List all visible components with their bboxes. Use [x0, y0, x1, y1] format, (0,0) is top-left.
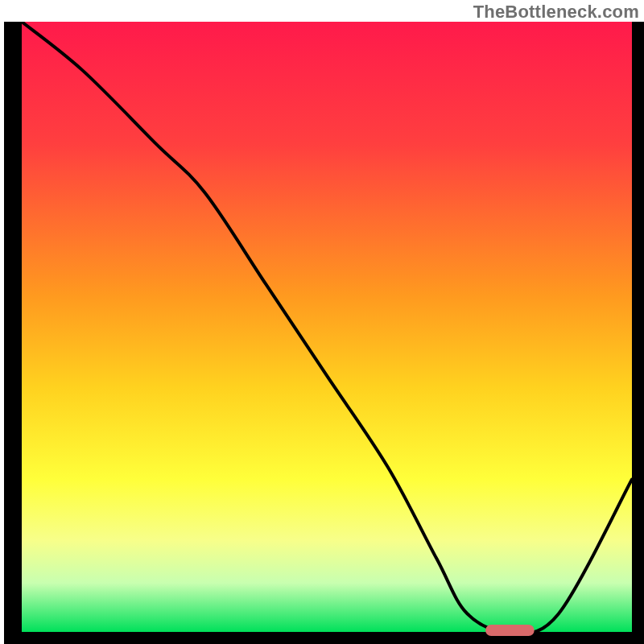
optimal-marker: [485, 625, 535, 636]
bottleneck-chart: [0, 0, 644, 644]
gradient-background: [22, 22, 632, 632]
watermark-label: TheBottleneck.com: [473, 2, 639, 23]
chart-stage: TheBottleneck.com: [0, 0, 644, 644]
